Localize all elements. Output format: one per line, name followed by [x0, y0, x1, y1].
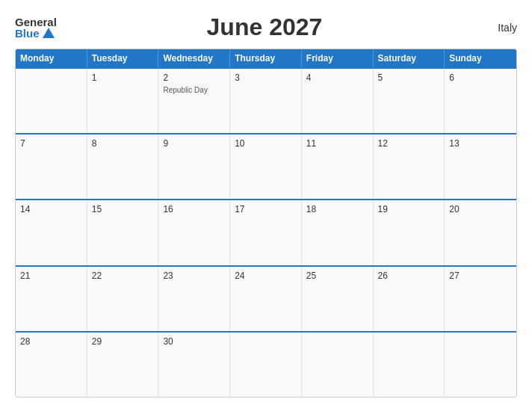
- weekday-sunday: Sunday: [445, 49, 516, 67]
- calendar-cell: 7: [16, 135, 87, 199]
- calendar-cell: 18: [302, 200, 374, 265]
- page-header: General Blue June 2027 Italy: [15, 13, 517, 41]
- calendar-cell: 16: [158, 200, 230, 265]
- calendar-cell: 25: [302, 267, 374, 331]
- calendar-week-3: 14151617181920: [16, 199, 516, 265]
- day-number: 7: [20, 138, 82, 149]
- calendar-cell: 20: [445, 200, 516, 265]
- day-number: 10: [235, 138, 297, 149]
- day-number: 11: [306, 138, 368, 149]
- calendar-cell: 5: [374, 69, 445, 133]
- calendar-cell: 2Republic Day: [158, 69, 230, 133]
- weekday-thursday: Thursday: [230, 49, 302, 67]
- calendar-cell: 1: [87, 69, 159, 133]
- calendar-cell: 10: [230, 135, 302, 199]
- day-number: 15: [92, 204, 154, 214]
- day-number: 22: [92, 271, 154, 281]
- calendar-cell: [445, 333, 516, 397]
- day-number: 17: [235, 204, 297, 214]
- calendar-cell: 27: [445, 267, 516, 331]
- day-number: 30: [163, 336, 225, 347]
- calendar-cell: [374, 333, 445, 397]
- logo-general-text: General: [15, 16, 57, 28]
- country-label: Italy: [472, 22, 517, 34]
- calendar-cell: 17: [230, 200, 302, 265]
- weekday-friday: Friday: [302, 49, 374, 67]
- day-number: 6: [449, 72, 512, 83]
- calendar-cell: 8: [87, 135, 159, 199]
- day-number: 8: [92, 138, 154, 149]
- calendar-cell: 29: [87, 333, 159, 397]
- calendar-week-1: 12Republic Day3456: [16, 67, 516, 133]
- calendar-cell: [230, 333, 302, 397]
- calendar-cell: 12: [374, 135, 445, 199]
- day-number: 29: [92, 336, 154, 347]
- calendar-cell: 14: [16, 200, 87, 265]
- calendar-week-4: 21222324252627: [16, 265, 516, 331]
- day-number: 4: [306, 72, 368, 83]
- weekday-monday: Monday: [16, 49, 87, 67]
- calendar-cell: 9: [158, 135, 230, 199]
- day-number: 1: [92, 72, 154, 83]
- day-number: 25: [306, 271, 368, 281]
- calendar-cell: [16, 69, 87, 133]
- calendar-header: Monday Tuesday Wednesday Thursday Friday…: [16, 49, 516, 67]
- day-number: 2: [163, 72, 225, 83]
- day-number: 14: [20, 204, 82, 214]
- day-number: 5: [378, 72, 440, 83]
- day-number: 19: [378, 204, 440, 214]
- calendar-cell: 3: [230, 69, 302, 133]
- calendar-cell: 30: [158, 333, 230, 397]
- day-number: 26: [378, 271, 440, 281]
- day-number: 9: [163, 138, 225, 149]
- calendar-cell: 15: [87, 200, 159, 265]
- calendar-cell: 6: [445, 69, 516, 133]
- logo-blue-row: Blue: [15, 28, 57, 39]
- calendar-cell: 11: [302, 135, 374, 199]
- holiday-label: Republic Day: [163, 86, 225, 94]
- day-number: 20: [449, 204, 512, 214]
- day-number: 24: [235, 271, 297, 281]
- calendar-cell: 23: [158, 267, 230, 331]
- calendar-body: 12Republic Day34567891011121314151617181…: [16, 67, 516, 397]
- weekday-saturday: Saturday: [374, 49, 445, 67]
- calendar-cell: [302, 333, 374, 397]
- calendar-cell: 28: [16, 333, 87, 397]
- calendar-cell: 21: [16, 267, 87, 331]
- day-number: 18: [306, 204, 368, 214]
- day-number: 3: [235, 72, 297, 83]
- day-number: 28: [20, 336, 82, 347]
- logo-triangle-icon: [43, 28, 55, 38]
- calendar-cell: 19: [374, 200, 445, 265]
- day-number: 27: [449, 271, 512, 281]
- calendar-week-5: 282930: [16, 331, 516, 397]
- weekday-wednesday: Wednesday: [158, 49, 230, 67]
- day-number: 12: [378, 138, 440, 149]
- calendar-page: General Blue June 2027 Italy Monday Tues…: [0, 0, 532, 411]
- weekday-tuesday: Tuesday: [87, 49, 159, 67]
- logo-blue-text: Blue: [15, 28, 40, 39]
- calendar-cell: 13: [445, 135, 516, 199]
- day-number: 21: [20, 271, 82, 281]
- calendar-title: June 2027: [57, 13, 472, 41]
- calendar-cell: 24: [230, 267, 302, 331]
- day-number: 16: [163, 204, 225, 214]
- logo: General Blue: [15, 16, 57, 39]
- calendar-cell: 4: [302, 69, 374, 133]
- day-number: 13: [449, 138, 512, 149]
- calendar: Monday Tuesday Wednesday Thursday Friday…: [15, 49, 517, 398]
- day-number: 23: [163, 271, 225, 281]
- calendar-cell: 22: [87, 267, 159, 331]
- calendar-cell: 26: [374, 267, 445, 331]
- calendar-week-2: 78910111213: [16, 133, 516, 199]
